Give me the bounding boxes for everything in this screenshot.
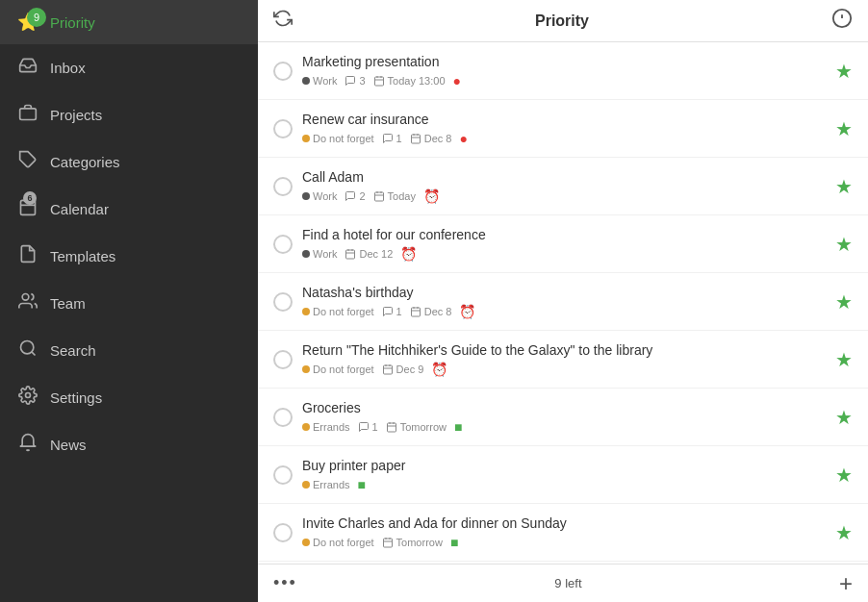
svg-rect-0 bbox=[20, 109, 37, 120]
news-icon bbox=[17, 433, 38, 457]
task-category: Do not forget bbox=[302, 133, 374, 144]
task-date: Tomorrow bbox=[386, 421, 447, 433]
category-dot bbox=[302, 135, 310, 142]
task-title: Groceries bbox=[302, 400, 826, 415]
table-row: Natasha's birthday Do not forget 1 Dec 8 bbox=[258, 273, 868, 331]
task-comments: 2 bbox=[345, 190, 365, 202]
svg-rect-17 bbox=[411, 135, 420, 143]
svg-rect-33 bbox=[383, 365, 392, 374]
priority-marker: ■ bbox=[454, 419, 462, 435]
svg-point-7 bbox=[21, 341, 34, 354]
task-checkbox[interactable] bbox=[273, 523, 293, 542]
task-meta: Do not forget 1 Dec 8 ● bbox=[302, 131, 826, 146]
add-task-button[interactable]: + bbox=[839, 570, 853, 597]
task-comments: 1 bbox=[382, 133, 402, 144]
calendar-icon: 6 bbox=[17, 197, 38, 221]
task-checkbox[interactable] bbox=[273, 119, 293, 138]
svg-rect-21 bbox=[374, 192, 383, 201]
task-title: Renew car insurance bbox=[302, 112, 826, 127]
sidebar-item-projects[interactable]: Projects bbox=[0, 91, 258, 138]
sidebar-item-team[interactable]: Team bbox=[0, 280, 258, 327]
table-row: Groceries Errands 1 Tomorrow ■ bbox=[258, 389, 868, 446]
category-dot bbox=[302, 539, 310, 546]
category-dot bbox=[302, 192, 310, 200]
task-checkbox[interactable] bbox=[273, 235, 293, 254]
sidebar-item-search[interactable]: Search bbox=[0, 327, 258, 374]
task-content: Invite Charles and Ada for dinner on Sun… bbox=[302, 515, 826, 550]
svg-rect-29 bbox=[411, 308, 420, 316]
category-dot bbox=[302, 250, 310, 258]
task-star[interactable]: ★ bbox=[835, 233, 853, 256]
main-footer: ••• 9 left + bbox=[258, 564, 868, 602]
more-options-button[interactable]: ••• bbox=[273, 573, 297, 593]
task-meta: Do not forget Dec 9 ⏰ bbox=[302, 362, 826, 377]
svg-rect-37 bbox=[387, 423, 396, 432]
task-star[interactable]: ★ bbox=[835, 464, 853, 487]
task-date: Dec 9 bbox=[382, 364, 424, 375]
priority-marker: ⏰ bbox=[400, 246, 417, 262]
task-content: Return "The Hitchhiker's Guide to the Ga… bbox=[302, 342, 826, 377]
task-checkbox[interactable] bbox=[273, 177, 293, 196]
svg-rect-13 bbox=[374, 77, 383, 86]
task-date: Tomorrow bbox=[382, 537, 443, 548]
svg-point-9 bbox=[26, 393, 31, 398]
task-star[interactable]: ★ bbox=[835, 117, 853, 140]
task-star[interactable]: ★ bbox=[835, 60, 853, 83]
info-icon[interactable] bbox=[831, 8, 853, 34]
task-checkbox[interactable] bbox=[273, 465, 293, 485]
svg-point-6 bbox=[22, 294, 29, 301]
task-content: Find a hotel for our conference Work Dec… bbox=[302, 227, 826, 262]
task-checkbox[interactable] bbox=[273, 292, 293, 312]
task-meta: Work 3 Today 13:00 ● bbox=[302, 73, 826, 88]
task-meta: Do not forget 1 Dec 8 ⏰ bbox=[302, 304, 826, 319]
task-category: Do not forget bbox=[302, 364, 374, 375]
task-star[interactable]: ★ bbox=[835, 348, 853, 371]
task-date: Today bbox=[373, 190, 416, 202]
table-row: Return "The Hitchhiker's Guide to the Ga… bbox=[258, 331, 868, 389]
task-checkbox[interactable] bbox=[273, 62, 293, 81]
sidebar-item-label: Search bbox=[50, 342, 96, 359]
category-dot bbox=[302, 481, 310, 489]
main-content: Priority Marketing presentation Work bbox=[258, 0, 868, 602]
task-date: Dec 12 bbox=[345, 248, 393, 260]
task-category: Do not forget bbox=[302, 537, 374, 548]
task-star[interactable]: ★ bbox=[835, 406, 853, 429]
categories-icon bbox=[17, 150, 38, 174]
task-star[interactable]: ★ bbox=[835, 290, 853, 314]
task-title: Natasha's birthday bbox=[302, 285, 826, 300]
sidebar-item-label: Priority bbox=[50, 14, 95, 31]
projects-icon bbox=[17, 103, 38, 127]
priority-marker: ⏰ bbox=[423, 188, 440, 204]
category-dot bbox=[302, 423, 310, 431]
sidebar-item-calendar[interactable]: 6 Calendar bbox=[0, 186, 258, 233]
sidebar-item-label: Settings bbox=[50, 389, 102, 406]
sidebar-item-inbox[interactable]: Inbox bbox=[0, 44, 258, 91]
table-row: Invite Charles and Ada for dinner on Sun… bbox=[258, 504, 868, 562]
svg-rect-41 bbox=[383, 539, 392, 547]
sidebar-item-templates[interactable]: Templates bbox=[0, 233, 258, 280]
search-icon bbox=[17, 339, 38, 363]
task-date: Dec 8 bbox=[410, 306, 452, 317]
task-title: Call Adam bbox=[302, 169, 826, 185]
task-star[interactable]: ★ bbox=[835, 175, 853, 198]
sidebar-item-label: Team bbox=[50, 295, 86, 312]
sidebar-item-news[interactable]: News bbox=[0, 421, 258, 468]
table-row: Renew car insurance Do not forget 1 Dec … bbox=[258, 100, 868, 158]
category-dot bbox=[302, 308, 310, 315]
svg-rect-25 bbox=[346, 250, 355, 259]
task-checkbox[interactable] bbox=[273, 408, 293, 427]
task-content: Natasha's birthday Do not forget 1 Dec 8 bbox=[302, 285, 826, 319]
task-title: Return "The Hitchhiker's Guide to the Ga… bbox=[302, 342, 826, 358]
task-meta: Work 2 Today ⏰ bbox=[302, 188, 826, 204]
table-row: Buy printer paper Errands ■ ★ bbox=[258, 446, 868, 504]
sidebar-item-priority[interactable]: ⭐ 9 Priority bbox=[0, 0, 258, 44]
task-star[interactable]: ★ bbox=[835, 521, 853, 544]
task-category: Errands bbox=[302, 421, 350, 433]
sidebar-item-settings[interactable]: Settings bbox=[0, 374, 258, 421]
templates-icon bbox=[17, 244, 38, 268]
refresh-icon[interactable] bbox=[273, 9, 293, 33]
task-date: Dec 8 bbox=[410, 133, 452, 144]
priority-marker: ● bbox=[453, 73, 461, 88]
task-checkbox[interactable] bbox=[273, 350, 293, 369]
sidebar-item-categories[interactable]: Categories bbox=[0, 138, 258, 186]
